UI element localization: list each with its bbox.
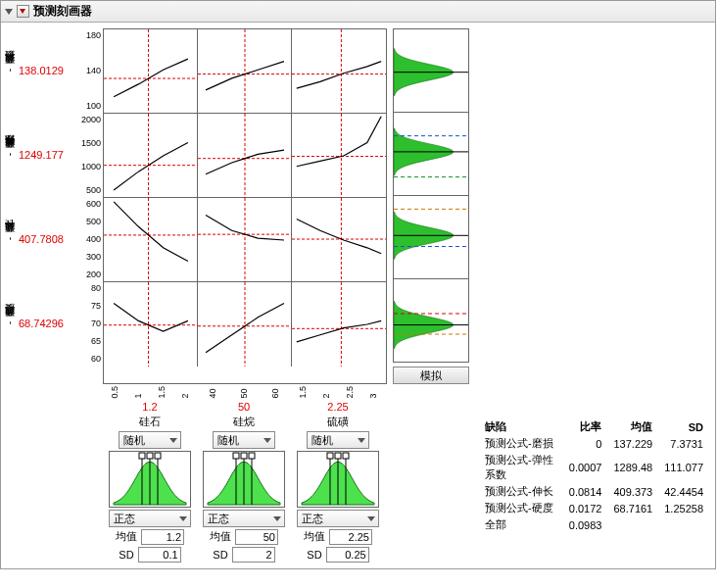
x-tick-cell: 1.522.53 [291,384,385,399]
response-label: 预测公式-弹性系数 [3,153,17,156]
sd-row: SD SD SD [103,547,469,563]
profiler-cell[interactable] [198,282,292,367]
stats-header: 缺陷 [479,418,563,435]
sim-histogram [393,28,469,113]
svg-rect-41 [241,453,247,459]
stats-row: 预测公式-弹性系数0.00071289.48111.077 [479,452,709,483]
stats-header: 比率 [563,418,608,435]
panel-header: 预测刻画器 [1,1,715,23]
sd-input[interactable] [138,547,181,563]
mean-input[interactable] [141,529,184,545]
svg-rect-49 [327,453,333,459]
factor-value[interactable]: 50 [197,399,291,413]
svg-rect-35 [147,453,153,459]
response-value[interactable]: 1249.177 [19,149,73,161]
factor-value[interactable]: 1.2 [103,399,197,413]
factor-dist-plot[interactable] [297,451,379,508]
x-tick-cell: 0.511.52 [103,384,197,399]
chart-grid[interactable] [103,28,387,384]
svg-rect-45 [249,453,255,459]
factor-dist-plot[interactable] [203,451,285,508]
response-value[interactable]: 407.7808 [19,233,73,245]
dist-type-dropdown[interactable]: 正态 [297,510,379,527]
response-label: 预测公式-伸长 [3,237,17,240]
response-value[interactable]: 68.74296 [19,318,73,329]
factor-name: 硫磺 [291,413,385,429]
profiler-cell[interactable] [292,114,386,198]
response-label: 预测公式-硬度 [3,321,17,324]
profiler-cell[interactable] [292,198,386,282]
response-value[interactable]: 138.0129 [19,65,73,76]
stats-row: 预测公式-磨损0137.2297.3731 [479,435,709,452]
mean-label: 均值 [116,529,137,544]
profiler-cell[interactable] [104,114,198,198]
y-ticks: 600 500 400 300 200 [75,197,103,281]
panel-title: 预测刻画器 [33,3,92,20]
sd-label: SD [119,549,133,561]
panel-body: 预测公式-磨损 138.0129 预测公式-弹性系数 1249.177 预测公式… [1,23,715,568]
sd-input[interactable] [326,547,369,563]
stats-row: 预测公式-硬度0.017268.71611.25258 [479,500,709,516]
factor-dist-plot[interactable] [109,451,191,508]
y-label-row: 预测公式-磨损 138.0129 [3,28,73,113]
sim-hist-column: 模拟 [387,28,469,384]
sd-label: SD [307,549,321,561]
profiler-panel: 预测刻画器 预测公式-磨损 138.0129 预测公式-弹性系数 1249.17… [0,0,716,569]
mean-input[interactable] [235,529,278,545]
sd-input[interactable] [232,547,275,563]
x-tick-cell: 405060 [197,384,291,399]
disclosure-icon[interactable] [5,9,13,15]
dist-type-dropdown[interactable]: 正态 [203,510,285,527]
y-ticks: 2000 1500 1000 500 [75,113,103,197]
dist-type-dropdown[interactable]: 正态 [109,510,191,527]
distribution-row [103,451,469,508]
factor-value[interactable]: 2.25 [291,399,385,413]
dist-type-row: 正态 正态 正态 [103,510,469,527]
x-names-row: 硅石 硅烷 硫磺 [103,413,469,429]
mean-input[interactable] [329,529,372,545]
y-tick-column: 180 140 100 2000 1500 1000 500 600 500 4… [75,28,103,366]
svg-rect-39 [155,453,161,459]
profiler-cell[interactable] [104,282,198,367]
y-ticks: 180 140 100 [75,28,103,113]
random-dropdown[interactable]: 随机 [213,431,275,449]
mean-row: 均值 均值 均值 [103,529,469,545]
svg-rect-43 [233,453,239,459]
simulate-button[interactable]: 模拟 [393,367,469,384]
svg-rect-37 [139,453,145,459]
y-label-row: 预测公式-弹性系数 1249.177 [3,113,73,197]
sim-histogram [393,278,469,363]
response-label: 预测公式-磨损 [3,69,17,72]
stats-header: SD [658,418,709,435]
stats-table: 缺陷 比率 均值 SD 预测公式-磨损0137.2297.3731预测公式-弹性… [479,418,709,533]
y-ticks: 80 75 70 65 60 [75,281,103,366]
y-label-row: 预测公式-硬度 68.74296 [3,281,73,366]
sd-label: SD [213,549,227,561]
x-values-row: 1.2 50 2.25 [103,399,469,413]
stats-header: 均值 [607,418,658,435]
stats-row: 全部0.0983 [479,516,709,533]
svg-rect-47 [335,453,341,459]
chart-column: 模拟 0.511.524050601.522.53 1.2 50 2.25 硅石… [103,28,469,563]
factor-name: 硅烷 [197,413,291,429]
mean-label: 均值 [210,529,231,544]
profiler-cell[interactable] [104,29,198,114]
stats-row: 预测公式-伸长0.0814409.37342.4454 [479,483,709,500]
y-label-row: 预测公式-伸长 407.7808 [3,197,73,281]
profiler-cell[interactable] [292,29,386,114]
random-dropdown[interactable]: 随机 [119,431,181,449]
y-axis-labels: 预测公式-磨损 138.0129 预测公式-弹性系数 1249.177 预测公式… [3,28,73,366]
mean-label: 均值 [304,529,325,544]
random-dropdown[interactable]: 随机 [307,431,369,449]
profiler-cell[interactable] [198,198,292,282]
x-ticks: 0.511.524050601.522.53 [103,384,469,399]
profiler-cell[interactable] [198,114,292,198]
random-dropdown-row: 随机 随机 随机 [103,431,469,449]
menu-caret-icon[interactable] [17,5,29,18]
svg-rect-51 [343,453,349,459]
profiler-cell[interactable] [292,282,386,367]
profiler-cell[interactable] [104,198,198,282]
profiler-cell[interactable] [198,29,292,114]
factor-name: 硅石 [103,413,197,429]
sim-histogram [393,195,469,279]
